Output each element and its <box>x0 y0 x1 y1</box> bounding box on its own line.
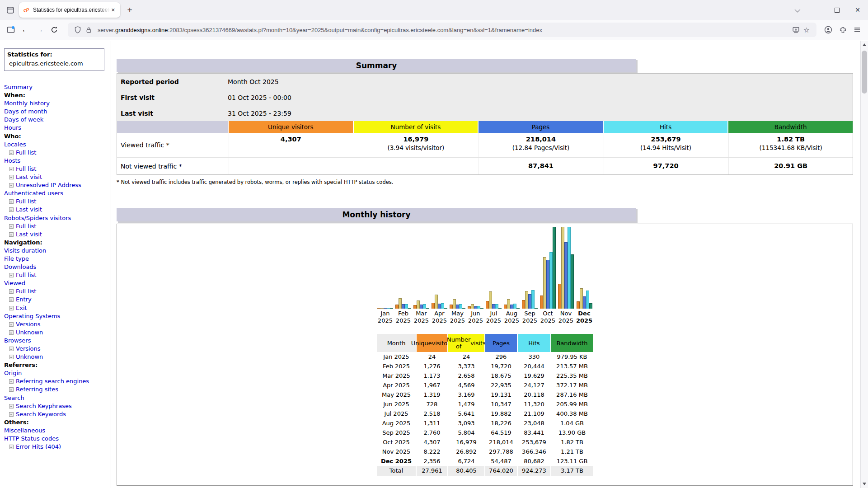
sidebar-item[interactable]: Last visit <box>4 230 111 239</box>
extensions-icon[interactable] <box>835 23 850 37</box>
sidebar-item[interactable]: Full list <box>4 222 111 230</box>
monthly-history-chart: Jan2025Feb2025Mar2025Apr2025May2025Jun20… <box>377 227 592 324</box>
viewed-traffic-value: 253,679 <box>604 135 728 144</box>
monthly-cell-value: 18,675 <box>485 371 517 380</box>
sidebar-item[interactable]: Locales <box>4 141 111 149</box>
window-scrollbar[interactable] <box>860 41 868 488</box>
sidebar-item[interactable]: Exit <box>4 304 111 312</box>
sidebar-item[interactable]: Hosts <box>4 157 111 165</box>
sidebar-item[interactable]: Hours <box>4 124 111 132</box>
sidebar-item[interactable]: Authenticated users <box>4 189 111 197</box>
sidebar-item[interactable]: Unknown <box>4 328 111 337</box>
awstats-sidebar: Statistics for: epicultras.ericsteele.co… <box>0 41 111 488</box>
tab-close-icon[interactable]: ✕ <box>110 6 117 14</box>
chart-bar <box>435 295 438 309</box>
summary-col-header: Pages <box>479 121 603 133</box>
sidebar-item[interactable]: Days of week <box>4 116 111 124</box>
chart-month-name: Nov <box>558 310 573 317</box>
chart-bar <box>561 227 564 309</box>
viewed-traffic-ratio: (12.84 Pages/Visit) <box>479 144 603 152</box>
sidebar-item[interactable]: Versions <box>4 345 111 353</box>
monthly-cell-value: 287.16 MB <box>551 390 593 399</box>
chart-bar <box>471 304 474 309</box>
cpanel-favicon-icon: cP <box>23 6 30 14</box>
sidebar-item[interactable]: Referring search engines <box>4 377 111 385</box>
reload-icon[interactable] <box>47 23 61 37</box>
url-bar[interactable]: server.granddesigns.online:2083/cpsess36… <box>68 23 816 37</box>
list-all-tabs-icon[interactable] <box>788 0 806 20</box>
sidebar-item[interactable]: Browsers <box>4 337 111 345</box>
chart-bar <box>564 242 568 309</box>
sidebar-item[interactable]: Full list <box>4 165 111 173</box>
sidebar-item[interactable]: Summary <box>4 83 111 91</box>
sidebar-item[interactable]: Viewed <box>4 279 111 287</box>
summary-footnote: * Not viewed traffic includes traffic ge… <box>117 179 860 185</box>
sidebar-item[interactable]: Unresolved IP Address <box>4 181 111 189</box>
sidebar-item[interactable]: Robots/Spiders visitors <box>4 214 111 222</box>
sidebar-item[interactable]: Full list <box>4 197 111 206</box>
sidebar-item[interactable]: Referring sites <box>4 385 111 394</box>
save-page-icon[interactable] <box>790 24 801 35</box>
sidebar-item-label: Versions <box>16 321 41 328</box>
sidebar-item[interactable]: Full list <box>4 149 111 157</box>
chart-month-name: Jul <box>486 310 501 317</box>
monthly-table-row: Nov 20258,22226,892297,788366,3461.21 TB <box>377 447 593 456</box>
sidebar-item[interactable]: Full list <box>4 287 111 296</box>
url-text[interactable]: server.granddesigns.online:2083/cpsess36… <box>98 27 790 33</box>
firefox-view-icon[interactable] <box>4 3 17 17</box>
sidebar-item[interactable]: Search <box>4 394 111 402</box>
not-viewed-traffic-cell: 97,720 <box>604 158 728 174</box>
back-icon[interactable]: ← <box>18 23 33 37</box>
sidebar-item[interactable]: Monthly history <box>4 99 111 108</box>
new-tab-button[interactable]: + <box>123 3 136 17</box>
sidebar-item-label: Unresolved IP Address <box>16 182 81 188</box>
summary-info-row: Reported periodMonth Oct 2025 <box>117 74 853 89</box>
sidebar-item[interactable]: HTTP Status codes <box>4 435 111 443</box>
forward-icon[interactable]: → <box>33 23 47 37</box>
chart-bars <box>577 227 592 309</box>
viewed-traffic-label: Viewed traffic * <box>117 133 228 157</box>
sidebar-item[interactable]: Search Keyphrases <box>4 402 111 410</box>
chart-bar <box>495 304 498 309</box>
sidebar-item[interactable]: Last visit <box>4 206 111 214</box>
chart-bars <box>377 227 393 309</box>
sidebar-item[interactable]: Downloads <box>4 263 111 271</box>
chart-month-label: Sep2025 <box>522 310 537 324</box>
sidebar-item[interactable]: File type <box>4 255 111 263</box>
account-icon[interactable] <box>821 23 835 37</box>
sidebar-item[interactable]: Full list <box>4 271 111 279</box>
sidebar-item[interactable]: Miscellaneous <box>4 427 111 435</box>
sidebar-item[interactable]: Error Hits (404) <box>4 443 111 451</box>
summary-header-corner <box>117 121 228 133</box>
sidebar-toggle-icon[interactable] <box>4 23 18 37</box>
monthly-cell-month: Oct 2025 <box>377 437 416 447</box>
menu-icon[interactable] <box>850 23 864 37</box>
sidebar-item[interactable]: Versions <box>4 320 111 328</box>
sidebar-item[interactable]: Search Keywords <box>4 410 111 418</box>
sidebar-item[interactable]: Last visit <box>4 173 111 181</box>
summary-info-rows: Reported periodMonth Oct 2025First visit… <box>117 74 853 121</box>
sidebar-item[interactable]: Origin <box>4 369 111 377</box>
sidebar-item[interactable]: Visits duration <box>4 247 111 255</box>
bookmark-star-icon[interactable]: ☆ <box>801 24 812 35</box>
summary-col-header: Number of visits <box>354 121 478 133</box>
sidebar-item[interactable]: Operating Systems <box>4 312 111 320</box>
scrollbar-thumb[interactable] <box>862 51 867 94</box>
sidebar-item[interactable]: Days of month <box>4 108 111 116</box>
scroll-up-icon[interactable] <box>861 41 868 48</box>
sidebar-item[interactable]: Unknown <box>4 353 111 361</box>
browser-tab[interactable]: cP Statistics for epicultras.ericsteele … <box>19 2 120 18</box>
monthly-cell-value: 3,373 <box>448 361 484 371</box>
submenu-bullet-icon <box>9 199 14 204</box>
chart-month-label: May2025 <box>450 310 465 324</box>
viewed-traffic-ratio: (14.94 Hits/Visit) <box>604 144 728 152</box>
maximize-button[interactable] <box>826 0 847 20</box>
scroll-down-icon[interactable] <box>861 480 868 488</box>
lock-icon[interactable] <box>83 24 94 35</box>
tracking-shield-icon[interactable] <box>72 24 83 35</box>
submenu-bullet-icon <box>9 175 14 179</box>
sidebar-item-label: Last visit <box>16 231 42 238</box>
sidebar-item[interactable]: Entry <box>4 296 111 304</box>
minimize-button[interactable] <box>806 0 826 20</box>
close-button[interactable]: ✕ <box>847 0 868 20</box>
